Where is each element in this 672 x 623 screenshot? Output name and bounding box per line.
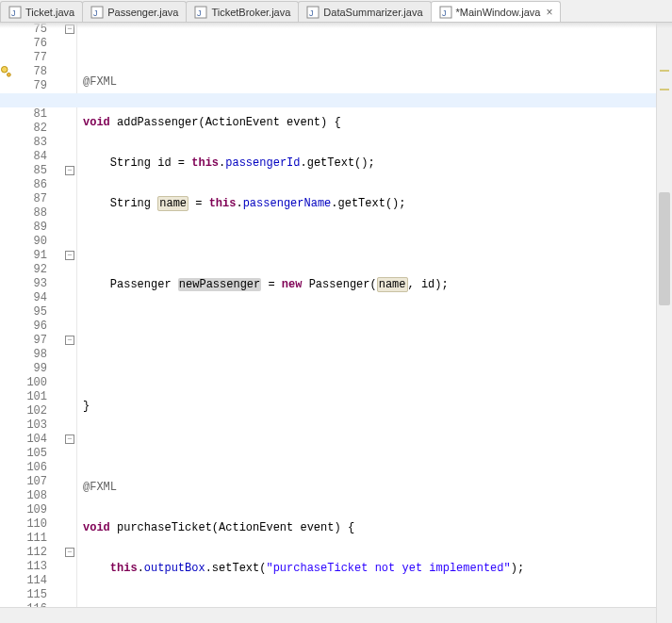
tab-ticket[interactable]: J Ticket.java: [0, 1, 83, 22]
line-number: 111: [15, 532, 64, 546]
java-file-icon: J: [306, 6, 320, 19]
svg-point-10: [1, 66, 8, 73]
fold-toggle-icon[interactable]: [65, 434, 74, 444]
line-number: 91: [15, 249, 64, 263]
current-line-highlight: [77, 93, 656, 107]
svg-text:J: J: [11, 8, 16, 18]
tab-mainwindow[interactable]: J *MainWindow.java ×: [431, 1, 562, 22]
line-number: 84: [15, 150, 64, 164]
java-file-icon: J: [439, 6, 452, 19]
fold-toggle-icon[interactable]: [65, 548, 74, 557]
line-number: 112: [15, 546, 64, 560]
annotation: @FXML: [83, 75, 117, 89]
java-file-icon: J: [194, 6, 207, 19]
line-number: 110: [15, 517, 64, 532]
close-icon[interactable]: ×: [546, 7, 552, 18]
occurrence-highlight: newPassenger: [178, 278, 261, 291]
line-number: 75: [15, 23, 64, 37]
svg-text:J: J: [197, 8, 202, 18]
line-number: 81: [15, 107, 64, 122]
line-number: 89: [15, 221, 64, 235]
line-number: 108: [15, 489, 64, 503]
line-number: 98: [15, 348, 64, 362]
line-number: 101: [15, 390, 64, 404]
line-number: 103: [15, 418, 64, 433]
fold-toggle-icon[interactable]: [65, 251, 74, 260]
fold-toggle-icon[interactable]: [65, 166, 74, 175]
line-number: 109: [15, 503, 64, 517]
tab-passenger[interactable]: J Passenger.java: [82, 1, 187, 22]
line-number: 88: [15, 206, 64, 221]
line-number: 86: [15, 178, 64, 192]
tab-label: DataSummarizer.java: [323, 7, 422, 18]
occurrence-highlight: name: [157, 196, 188, 211]
line-number: 90: [15, 235, 64, 249]
line-number: 77: [15, 51, 64, 65]
line-number: 94: [15, 291, 64, 305]
line-number: 104: [15, 433, 64, 447]
line-number: 79: [15, 79, 64, 93]
svg-text:J: J: [93, 8, 98, 18]
code-area[interactable]: @FXML void addPassenger(ActionEvent even…: [77, 23, 656, 623]
overview-warning-icon[interactable]: [660, 89, 669, 90]
editor-tabs: J Ticket.java J Passenger.java J TicketB…: [0, 0, 672, 23]
fold-toggle-icon[interactable]: [65, 25, 74, 34]
tab-datasummarizer[interactable]: J DataSummarizer.java: [298, 1, 431, 22]
tab-label: TicketBroker.java: [211, 7, 290, 18]
tab-ticketbroker[interactable]: J TicketBroker.java: [186, 1, 299, 22]
java-file-icon: J: [90, 6, 104, 19]
line-number: 106: [15, 461, 64, 475]
scrollbar-thumb[interactable]: [659, 192, 670, 305]
tab-label: Passenger.java: [107, 7, 178, 18]
line-number-gutter: 7576777879808182838485868788899091929394…: [15, 23, 64, 623]
svg-text:J: J: [442, 8, 447, 18]
tab-label: Ticket.java: [25, 7, 74, 18]
fold-toggle-icon[interactable]: [65, 336, 74, 345]
line-number: 93: [15, 277, 64, 291]
vertical-scrollbar[interactable]: [656, 23, 672, 623]
editor-area: 7576777879808182838485868788899091929394…: [0, 23, 672, 623]
line-number: 82: [15, 122, 64, 136]
line-number: 114: [15, 574, 64, 588]
line-number: 97: [15, 334, 64, 348]
overview-warning-icon[interactable]: [660, 70, 669, 72]
line-number: 107: [15, 475, 64, 489]
line-number: 105: [15, 447, 64, 461]
line-number: 113: [15, 560, 64, 574]
svg-point-11: [8, 73, 11, 76]
line-number: 99: [15, 362, 64, 376]
line-number: 96: [15, 320, 64, 334]
line-number: 115: [15, 588, 64, 602]
java-file-icon: J: [8, 6, 22, 19]
tab-label: *MainWindow.java: [456, 7, 541, 18]
svg-text:J: J: [309, 8, 314, 18]
line-number: 102: [15, 404, 64, 418]
line-number: 95: [15, 305, 64, 320]
occurrence-highlight: name: [377, 277, 408, 292]
line-number: 87: [15, 192, 64, 206]
fold-column: [64, 23, 77, 623]
warning-icon[interactable]: [1, 66, 13, 78]
line-number: 83: [15, 136, 64, 150]
line-number: 78: [15, 65, 64, 79]
horizontal-scrollbar[interactable]: [0, 607, 656, 623]
line-number: 100: [15, 376, 64, 390]
line-number: 92: [15, 263, 64, 277]
line-number: 85: [15, 164, 64, 178]
marker-column: [0, 23, 15, 623]
line-number: 76: [15, 37, 64, 51]
